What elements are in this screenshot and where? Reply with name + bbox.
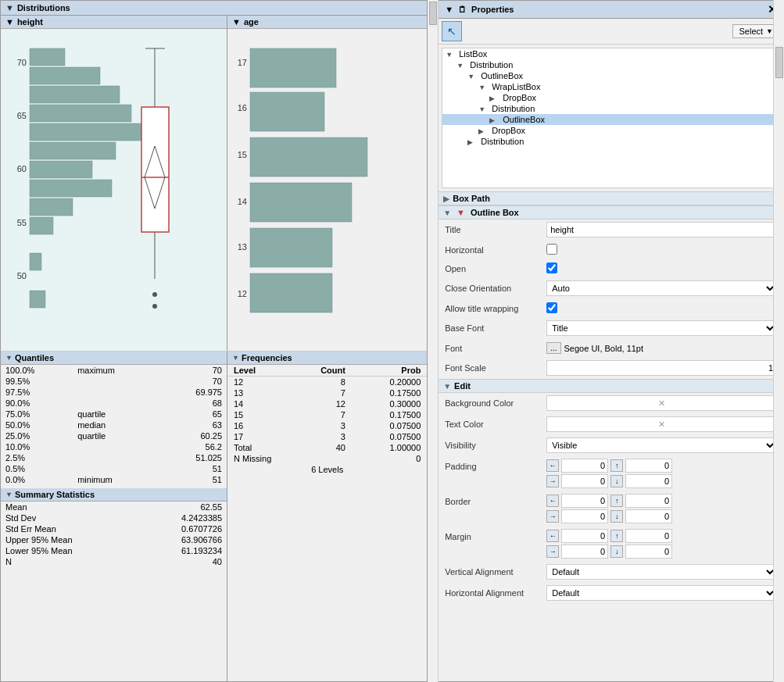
- margin-right-input[interactable]: [625, 529, 672, 543]
- properties-header: ▼ 🗒 Properties ✕: [439, 1, 783, 19]
- tree-item-wraplistbox[interactable]: ▼ WrapListBox: [442, 81, 779, 92]
- border-bottom-left-arrow[interactable]: →: [546, 510, 559, 523]
- padding-left-input[interactable]: [625, 474, 672, 488]
- padding-right-input[interactable]: [625, 459, 672, 473]
- tree-arrow-distribution2: ▼: [478, 105, 488, 113]
- tree-item-distribution3[interactable]: ▶ Distribution: [442, 136, 779, 147]
- freq-level: 14: [227, 398, 287, 409]
- text-color-clear[interactable]: ✕: [546, 416, 777, 432]
- border-top-left-arrow[interactable]: ←: [546, 495, 559, 507]
- freq-row: 14120.30000: [227, 398, 427, 409]
- properties-title: Properties: [471, 5, 514, 14]
- prop-value-base-font: Title: [546, 320, 777, 336]
- tree-item-dropbox1[interactable]: ▶ DropBox: [442, 92, 779, 103]
- svg-rect-8: [30, 105, 131, 122]
- properties-collapse-icon[interactable]: ▼: [445, 5, 453, 14]
- tree-arrow-distribution1: ▼: [456, 62, 466, 70]
- svg-text:70: 70: [17, 58, 27, 67]
- summary-row: Std Err Mean0.6707726: [1, 523, 227, 534]
- tree-item-outlinebox1[interactable]: ▼ OutlineBox: [442, 70, 779, 81]
- border-bottom-down-arrow[interactable]: ↓: [610, 510, 623, 523]
- cursor-button[interactable]: ↖: [442, 21, 462, 41]
- font-picker-button[interactable]: ...: [546, 342, 560, 354]
- summary-value: 62.55: [138, 502, 227, 512]
- tree-item-distribution2[interactable]: ▼ Distribution: [442, 103, 779, 114]
- prop-value-bg-color[interactable]: ✕: [546, 395, 777, 411]
- base-font-select[interactable]: Title: [546, 320, 777, 336]
- tree-arrow-dropbox1: ▶: [489, 95, 499, 102]
- prop-label-title: Title: [445, 225, 546, 234]
- freq-col-level: Level: [227, 365, 287, 377]
- prop-label-open: Open: [445, 264, 546, 273]
- right-scrollbar[interactable]: [773, 0, 784, 682]
- frequencies-arrow[interactable]: ▼: [232, 354, 239, 362]
- properties-tree[interactable]: ▼ ListBox ▼ Distribution ▼ OutlineBox ▼ …: [442, 48, 780, 188]
- margin-top-left-arrow[interactable]: ←: [546, 530, 559, 542]
- right-scrollbar-thumb[interactable]: [775, 47, 783, 78]
- frequencies-panel: ▼ Frequencies Level Count Prob 1280.2000…: [227, 352, 427, 681]
- tree-item-listbox[interactable]: ▼ ListBox: [442, 48, 779, 59]
- prop-value-text-color[interactable]: ✕: [546, 416, 777, 432]
- tree-item-outlinebox2[interactable]: ▶ OutlineBox: [442, 114, 779, 125]
- scrollbar-thumb[interactable]: [429, 2, 437, 25]
- height-arrow[interactable]: ▼: [5, 17, 14, 27]
- quantile-value: 68: [160, 398, 227, 409]
- tree-arrow-listbox: ▼: [446, 51, 455, 59]
- title-input[interactable]: [546, 222, 777, 237]
- tree-arrow-outlinebox2: ▶: [489, 116, 499, 124]
- padding-top-input[interactable]: [561, 459, 608, 473]
- prop-row-title-wrapping: Allow title wrapping: [439, 299, 783, 318]
- svg-rect-6: [30, 67, 100, 84]
- padding-bottom-down-arrow[interactable]: ↓: [610, 475, 623, 487]
- margin-bottom-left-arrow[interactable]: →: [546, 545, 559, 558]
- freq-row: 1630.07500: [227, 420, 427, 431]
- border-top-up-arrow[interactable]: ↑: [610, 495, 623, 507]
- quantile-value: 69.975: [160, 387, 227, 398]
- margin-top-up-arrow[interactable]: ↑: [610, 530, 623, 542]
- summary-value: 4.2423385: [138, 512, 227, 523]
- border-right-input[interactable]: [625, 494, 672, 508]
- margin-bottom-down-arrow[interactable]: ↓: [610, 545, 623, 558]
- freq-level: 16: [227, 420, 287, 431]
- margin-bottom-input[interactable]: [561, 545, 608, 559]
- summary-arrow[interactable]: ▼: [5, 491, 13, 498]
- padding-bottom-left-arrow[interactable]: →: [546, 475, 559, 487]
- age-arrow-collapse[interactable]: ▼: [232, 17, 241, 27]
- border-top-input[interactable]: [561, 494, 608, 508]
- svg-rect-11: [30, 161, 92, 178]
- tree-item-distribution1[interactable]: ▼ Distribution: [442, 59, 779, 70]
- border-left-input[interactable]: [625, 509, 672, 523]
- quantile-label: [73, 463, 160, 474]
- margin-top-input[interactable]: [561, 529, 608, 543]
- quantiles-arrow[interactable]: ▼: [5, 354, 13, 362]
- prop-row-close-orientation: Close Orientation Auto: [439, 278, 783, 299]
- prop-row-vertical-alignment: Vertical Alignment Default: [439, 562, 783, 583]
- margin-left-input[interactable]: [625, 545, 672, 559]
- svg-rect-5: [30, 48, 65, 66]
- quantile-label: quartile: [73, 409, 160, 420]
- edit-section-arrow[interactable]: ▼: [443, 382, 451, 391]
- border-bottom-input[interactable]: [561, 509, 608, 523]
- left-scrollbar[interactable]: [428, 0, 439, 682]
- box-path-arrow[interactable]: ▶: [443, 195, 449, 203]
- quantile-label: quartile: [73, 430, 160, 441]
- outline-box-arrow[interactable]: ▼: [443, 209, 451, 217]
- vertical-alignment-select[interactable]: Default: [546, 564, 777, 580]
- prop-label-title-wrapping: Allow title wrapping: [445, 304, 546, 313]
- horizontal-checkbox[interactable]: [546, 244, 557, 255]
- tree-item-dropbox2[interactable]: ▶ DropBox: [442, 125, 779, 136]
- open-checkbox[interactable]: [546, 262, 557, 273]
- padding-top-up-arrow[interactable]: ↑: [610, 459, 623, 472]
- title-wrapping-checkbox[interactable]: [546, 302, 557, 313]
- freq-row: 1570.17500: [227, 409, 427, 420]
- prop-label-horizontal-alignment: Horizontal Alignment: [445, 588, 546, 598]
- visibility-select[interactable]: Visible: [546, 437, 777, 453]
- bg-color-clear[interactable]: ✕: [546, 395, 777, 411]
- close-orientation-select[interactable]: Auto: [546, 280, 777, 296]
- svg-rect-16: [30, 291, 45, 308]
- padding-bottom-input[interactable]: [561, 474, 608, 488]
- distributions-arrow[interactable]: ▼: [5, 3, 14, 12]
- font-scale-input[interactable]: [546, 360, 777, 376]
- padding-top-left-arrow[interactable]: ←: [546, 459, 559, 472]
- horizontal-alignment-select[interactable]: Default: [546, 585, 777, 601]
